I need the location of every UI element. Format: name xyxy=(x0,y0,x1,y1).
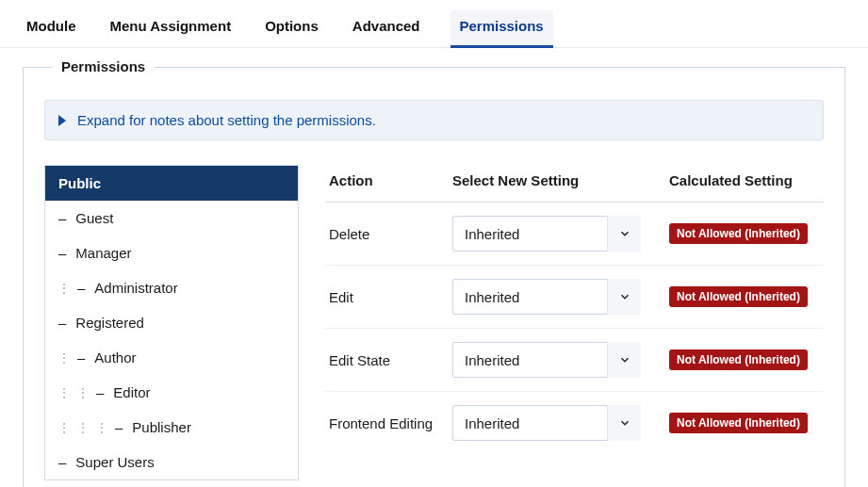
permissions-fieldset: Permissions Expand for notes about setti… xyxy=(23,67,845,487)
setting-value: Inherited xyxy=(465,289,519,305)
setting-value: Inherited xyxy=(465,352,519,368)
tree-indent-icon: ⋮⋮ xyxy=(58,386,89,399)
tree-dash-icon: – xyxy=(58,315,66,331)
action-label: Delete xyxy=(329,226,452,242)
calculated-badge: Not Allowed (Inherited) xyxy=(669,286,808,307)
tabs-bar: ModuleMenu AssignmentOptionsAdvancedPerm… xyxy=(0,0,868,48)
group-editor[interactable]: ⋮⋮–Editor xyxy=(45,375,298,410)
tree-indent-icon: ⋮ xyxy=(58,282,70,295)
setting-select[interactable]: Inherited xyxy=(452,342,641,378)
tree-dash-icon: – xyxy=(96,384,104,400)
tree-dash-icon: – xyxy=(77,349,85,365)
permission-row: DeleteInheritedNot Allowed (Inherited) xyxy=(325,203,824,266)
action-label: Edit State xyxy=(329,352,452,368)
calculated-badge: Not Allowed (Inherited) xyxy=(669,223,808,244)
calculated-badge: Not Allowed (Inherited) xyxy=(669,413,808,433)
group-label: Author xyxy=(94,349,136,365)
calculated-badge: Not Allowed (Inherited) xyxy=(669,349,808,370)
permissions-table: Action Select New Setting Calculated Set… xyxy=(325,165,824,480)
group-administrator[interactable]: ⋮–Administrator xyxy=(45,270,298,305)
permission-row: Edit StateInheritedNot Allowed (Inherite… xyxy=(325,329,824,392)
group-label: Administrator xyxy=(94,280,177,296)
group-label: Registered xyxy=(75,315,144,331)
group-label: Guest xyxy=(75,210,113,226)
setting-value: Inherited xyxy=(465,415,519,431)
group-label: Public xyxy=(58,175,101,191)
group-label: Super Users xyxy=(75,454,154,470)
tree-dash-icon: – xyxy=(58,245,66,261)
tree-dash-icon: – xyxy=(115,419,123,435)
permission-row: EditInheritedNot Allowed (Inherited) xyxy=(325,266,824,329)
action-label: Edit xyxy=(329,289,452,305)
col-setting: Select New Setting xyxy=(452,172,669,188)
tree-dash-icon: – xyxy=(58,210,66,226)
group-registered[interactable]: –Registered xyxy=(45,305,298,340)
tab-menu-assignment[interactable]: Menu Assignment xyxy=(106,10,236,48)
tab-options[interactable]: Options xyxy=(261,10,322,48)
expand-notes-label: Expand for notes about setting the permi… xyxy=(77,112,376,128)
setting-value: Inherited xyxy=(465,226,519,242)
tree-dash-icon: – xyxy=(58,454,66,470)
expand-notes-toggle[interactable]: Expand for notes about setting the permi… xyxy=(44,100,824,140)
setting-select[interactable]: Inherited xyxy=(452,279,641,315)
group-public[interactable]: Public xyxy=(45,166,298,201)
permissions-body: Public–Guest–Manager⋮–Administrator–Regi… xyxy=(44,165,824,480)
action-label: Frontend Editing xyxy=(329,415,452,431)
setting-select[interactable]: Inherited xyxy=(452,405,641,441)
group-guest[interactable]: –Guest xyxy=(45,201,298,235)
fieldset-legend: Permissions xyxy=(52,58,155,74)
user-group-list: Public–Guest–Manager⋮–Administrator–Regi… xyxy=(44,165,299,480)
group-label: Publisher xyxy=(132,419,191,435)
group-author[interactable]: ⋮–Author xyxy=(45,340,298,375)
setting-select[interactable]: Inherited xyxy=(452,216,641,252)
group-label: Manager xyxy=(75,245,131,261)
permission-row: Frontend EditingInheritedNot Allowed (In… xyxy=(325,392,824,454)
tree-indent-icon: ⋮⋮⋮ xyxy=(58,421,107,434)
group-manager[interactable]: –Manager xyxy=(45,235,298,270)
col-calculated: Calculated Setting xyxy=(669,172,820,188)
permissions-panel: Permissions Expand for notes about setti… xyxy=(0,48,868,487)
tab-permissions[interactable]: Permissions xyxy=(450,10,553,48)
group-label: Editor xyxy=(113,384,150,400)
col-action: Action xyxy=(329,172,452,188)
tab-module[interactable]: Module xyxy=(23,10,80,48)
permissions-table-header: Action Select New Setting Calculated Set… xyxy=(325,165,824,203)
group-publisher[interactable]: ⋮⋮⋮–Publisher xyxy=(45,410,298,445)
tree-indent-icon: ⋮ xyxy=(58,351,70,365)
expand-caret-icon xyxy=(58,115,66,126)
tree-dash-icon: – xyxy=(77,280,85,296)
group-super-users[interactable]: –Super Users xyxy=(45,445,298,479)
tab-advanced[interactable]: Advanced xyxy=(349,10,424,48)
